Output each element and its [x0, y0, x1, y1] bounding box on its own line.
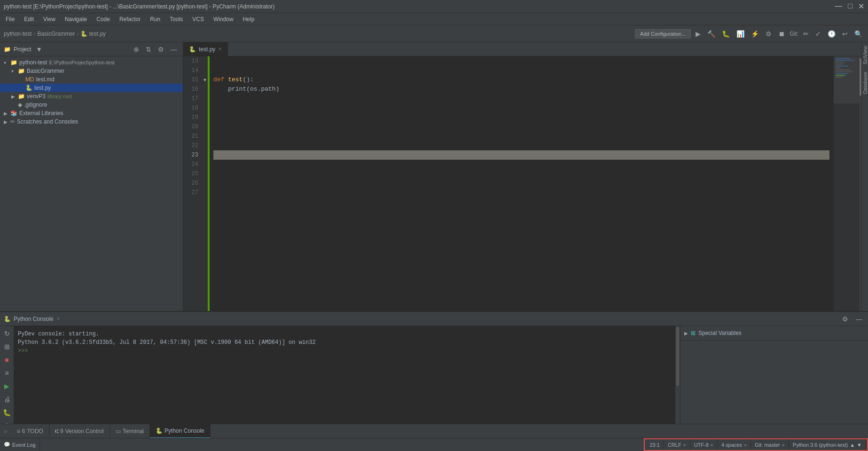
menu-refactor[interactable]: Refactor: [116, 15, 144, 23]
project-tree: ▾ 📁 python-test E:\PythonProject\python-…: [0, 56, 183, 311]
console-rerun-button[interactable]: ↻: [1, 328, 13, 339]
fold-line-24: [202, 160, 208, 169]
right-panel-sciview[interactable]: SciView: [861, 42, 868, 68]
menu-navigate[interactable]: Navigate: [61, 15, 91, 23]
sidebar-sync-button[interactable]: ⇅: [144, 45, 153, 54]
console-minimize-button[interactable]: —: [854, 314, 864, 324]
bottom-tab-version-control[interactable]: ⑆ 9 Version Control: [49, 424, 110, 438]
console-sort-button[interactable]: ≡: [1, 367, 13, 379]
profile-button[interactable]: ⚡: [749, 29, 761, 39]
status-event-log[interactable]: 💬 Event Log: [0, 438, 40, 451]
event-log-label: Event Log: [12, 442, 36, 448]
tree-item-venvp3[interactable]: ▶ 📁 venvP3 library root: [0, 92, 183, 101]
concurrency-button[interactable]: ⚙: [764, 29, 774, 39]
variables-header[interactable]: ▶ ⊞ Special Variables: [680, 326, 868, 341]
maximize-button[interactable]: □: [848, 2, 852, 11]
git-history-button[interactable]: 🕐: [826, 29, 837, 39]
status-encoding[interactable]: UTF-8 ÷: [690, 439, 718, 450]
code-line-18: [213, 103, 829, 113]
indent-space: [213, 85, 228, 94]
breadcrumb-project[interactable]: python-test: [4, 31, 31, 37]
menu-vcs[interactable]: VCS: [188, 15, 208, 23]
sidebar-settings-button[interactable]: ⚙: [156, 45, 166, 54]
tree-item-external-libraries[interactable]: ▶ 📚 External Libraries: [0, 109, 183, 117]
status-indent[interactable]: 4 spaces ÷: [718, 439, 751, 450]
tree-item-scratches-consoles[interactable]: ▶ ✏ Scratches and Consoles: [0, 117, 183, 126]
git-annotate-button[interactable]: ✏: [801, 29, 811, 39]
sidebar-add-button[interactable]: ⊕: [132, 45, 141, 54]
console-stop-button[interactable]: ■: [1, 354, 13, 365]
debug-button[interactable]: 🐛: [720, 29, 732, 39]
tab-close-test-py[interactable]: ✕: [218, 47, 222, 52]
console-restore-button[interactable]: ⊞: [1, 341, 13, 352]
breadcrumb-file[interactable]: 🐍 test.py: [80, 31, 106, 37]
editor-tab-test-py[interactable]: 🐍 test.py ✕: [183, 42, 228, 56]
minimap[interactable]: [833, 56, 861, 311]
minimap-line-4: [836, 63, 843, 65]
console-print-button[interactable]: 🖨: [1, 394, 13, 405]
git-revert-button[interactable]: ↩: [840, 29, 850, 39]
menu-view[interactable]: View: [39, 15, 59, 23]
crlf-dropdown: ÷: [683, 442, 686, 448]
status-line-endings[interactable]: CRLF ÷: [664, 439, 690, 450]
encoding-label: UTF-8: [694, 442, 709, 448]
tree-item-python-test[interactable]: ▾ 📁 python-test E:\PythonProject\python-…: [0, 58, 183, 67]
minimize-button[interactable]: —: [835, 2, 842, 11]
run-button[interactable]: ▶: [694, 29, 703, 39]
menu-edit[interactable]: Edit: [20, 15, 38, 23]
sidebar-dropdown-button[interactable]: ▼: [34, 45, 44, 54]
menu-file[interactable]: File: [2, 15, 18, 23]
menu-help[interactable]: Help: [239, 15, 258, 23]
main-content: 📁 Project ▼ ⊕ ⇅ ⚙ — ▾ 📁 python-test E:\P…: [0, 42, 868, 311]
bottom-tabs-more[interactable]: »: [0, 428, 11, 435]
build-button[interactable]: 🔨: [705, 29, 717, 39]
console-scrollbar[interactable]: [675, 326, 680, 424]
bottom-tab-python-console[interactable]: 🐍 Python Console: [150, 424, 211, 438]
tree-label-venvp3: venvP3: [27, 93, 46, 100]
console-run-button[interactable]: ▶: [1, 381, 13, 392]
console-settings-button[interactable]: ⚙: [840, 314, 850, 324]
menu-bar: File Edit View Navigate Code Refactor Ru…: [0, 13, 868, 25]
console-inspect-button[interactable]: 👁: [1, 420, 13, 424]
fold-line-15[interactable]: ▾: [202, 75, 208, 85]
coverage-button[interactable]: 📊: [735, 29, 746, 39]
breadcrumb-sep2: ›: [77, 31, 78, 37]
status-git[interactable]: Git: master ÷: [751, 439, 789, 450]
code-content[interactable]: def test(): print(os.path): [210, 56, 833, 311]
code-line-19: [213, 113, 829, 122]
menu-tools[interactable]: Tools: [166, 15, 187, 23]
search-everywhere-button[interactable]: 🔍: [852, 29, 864, 39]
menu-code[interactable]: Code: [93, 15, 114, 23]
console-output[interactable]: PyDev console: starting. Python 3.6.2 (v…: [14, 326, 675, 424]
close-button[interactable]: ✕: [858, 2, 864, 11]
tree-item-test-py[interactable]: 🐍 test.py: [0, 84, 183, 92]
status-right-inner: 23:1 CRLF ÷ UTF-8 ÷ 4 spaces ÷ Git: mast…: [646, 439, 866, 450]
console-tab-close[interactable]: ✕: [56, 316, 60, 321]
minimap-line-8: [836, 71, 852, 72]
breadcrumb-folder[interactable]: BasicGrammer: [37, 31, 75, 37]
line-num-24: 24: [185, 160, 198, 169]
git-check-button[interactable]: ✓: [813, 29, 823, 39]
python-console-tab[interactable]: Python Console: [14, 316, 54, 322]
bottom-tab-todo[interactable]: ≡ 6 TODO: [11, 424, 49, 438]
tree-item-basicgrammer[interactable]: ▾ 📁 BasicGrammer: [0, 67, 183, 75]
status-position[interactable]: 23:1: [646, 439, 664, 450]
variables-grid-icon: ⊞: [691, 330, 696, 336]
code-editor[interactable]: 13 14 15 16 17 18 19 20 21 22 23 24 25 2…: [183, 56, 861, 311]
status-python-version[interactable]: Python 3.6 (python-test) ▲ ▼: [789, 439, 866, 450]
tab-icon-py: 🐍: [189, 46, 196, 53]
tree-item-test-md[interactable]: MD test.md: [0, 75, 183, 84]
minimap-line-11: [836, 77, 843, 78]
console-scroll-thumb: [676, 327, 679, 386]
sidebar-minimize-button[interactable]: —: [169, 45, 179, 54]
menu-window[interactable]: Window: [210, 15, 237, 23]
right-panel-database[interactable]: Database: [861, 68, 868, 98]
add-configuration-button[interactable]: Add Configuration...: [635, 29, 691, 39]
tree-label-test-md: test.md: [36, 76, 55, 83]
console-debug-button[interactable]: 🐛: [1, 407, 13, 418]
bottom-tab-terminal[interactable]: ▭ Terminal: [110, 424, 150, 438]
tree-item-gitignore[interactable]: ◆ .gitignore: [0, 101, 183, 109]
fold-line-22: [202, 141, 208, 150]
menu-run[interactable]: Run: [146, 15, 164, 23]
stop-button[interactable]: ⏹: [776, 29, 787, 39]
